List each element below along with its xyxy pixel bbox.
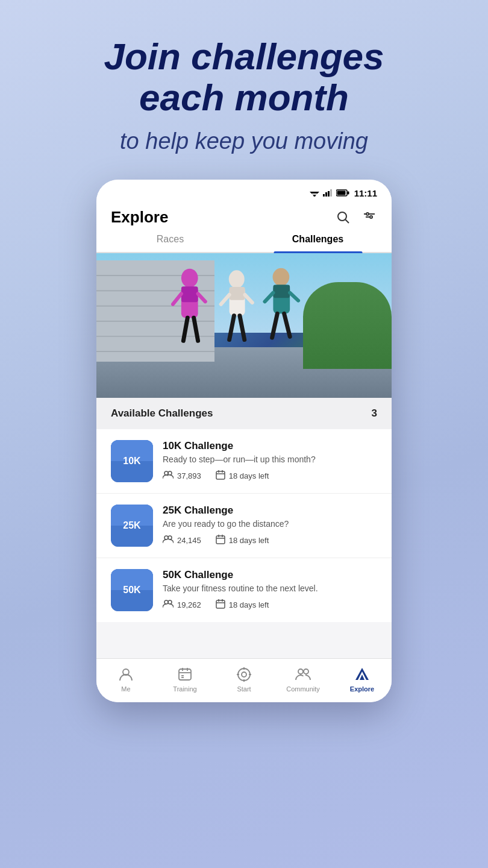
svg-rect-59 [216,536,225,544]
bottom-nav: Me Training [96,658,392,702]
svg-rect-47 [111,440,153,452]
svg-point-85 [298,669,303,674]
svg-rect-40 [273,285,290,298]
challenge-list: 10K 10K Challenge Ready to step—or run—i… [96,429,392,622]
svg-point-16 [370,216,372,218]
svg-line-43 [265,293,274,302]
status-time: 11:11 [354,188,377,198]
nav-item-me[interactable]: Me [96,666,155,693]
tab-challenges[interactable]: Challenges [244,234,392,252]
thumb-10k-label: 10K [123,456,140,467]
nav-label-community: Community [286,685,320,693]
participants-10k: 37,893 [163,471,201,482]
svg-rect-65 [111,569,153,581]
svg-rect-56 [111,505,153,517]
challenge-desc-25k: Are you ready to go the distance? [163,519,377,529]
hero-subtitle: to help keep you moving [104,128,384,156]
svg-rect-4 [323,194,325,197]
status-icons [310,189,349,197]
days-left-50k: 18 days left [229,600,269,609]
header-icons [335,209,377,225]
challenge-desc-50k: Take your fitness routine to the next le… [163,583,377,593]
svg-point-31 [229,270,245,288]
svg-line-34 [230,316,234,340]
challenge-thumb-25k: 25K [111,505,153,547]
tab-races[interactable]: Races [96,234,244,252]
days-10k: 18 days left [216,470,269,482]
svg-line-12 [346,220,349,224]
svg-point-67 [168,600,172,604]
signal-icon [323,189,333,197]
svg-point-15 [366,213,369,215]
hero-section: Join challenges each month to help keep … [104,36,384,180]
nav-label-me: Me [121,685,130,693]
challenge-meta-25k: 24,145 18 days left [163,535,377,547]
search-icon[interactable] [335,209,351,225]
svg-rect-9 [347,192,349,195]
participant-count-10k: 37,893 [177,471,201,480]
people-icon-25k [163,535,174,546]
challenge-name-10k: 10K Challenge [163,440,377,452]
challenge-item-25k[interactable]: 25K 25K Challenge Are you ready to go th… [96,494,392,558]
svg-line-29 [173,294,181,304]
challenge-thumb-50k: 50K [111,569,153,611]
svg-rect-50 [216,471,225,479]
svg-point-79 [238,668,250,681]
challenges-title: Available Challenges [111,407,213,420]
hero-title: Join challenges each month [104,36,384,118]
filter-icon[interactable] [361,209,377,225]
svg-line-36 [221,295,230,304]
participants-25k: 24,145 [163,535,201,546]
svg-point-80 [242,672,246,677]
hero-text: Join challenges each month to help keep … [104,36,384,156]
calendar-icon-25k [216,535,225,547]
svg-rect-7 [330,189,332,197]
svg-rect-33 [230,287,245,300]
nav-item-start[interactable]: Start [214,666,274,693]
svg-line-35 [240,316,245,340]
people-icon-50k [163,600,174,611]
svg-rect-26 [181,286,198,302]
days-left-25k: 18 days left [229,536,269,545]
svg-rect-6 [328,191,330,197]
challenge-item-10k[interactable]: 10K 10K Challenge Ready to step—or run—i… [96,429,392,494]
nav-label-explore: Explore [350,685,374,693]
me-icon [117,666,134,683]
svg-rect-73 [179,669,191,680]
svg-rect-10 [337,191,345,195]
svg-line-42 [284,313,290,336]
app-title: Explore [111,208,168,227]
runners-svg [126,268,348,362]
community-icon [295,666,311,683]
phone-frame: 11:11 Explore Race [96,180,392,702]
people-icon-10k [163,471,174,482]
svg-line-41 [272,313,278,338]
svg-line-30 [198,294,205,301]
challenge-desc-10k: Ready to step—or run—it up this month? [163,454,377,464]
app-header: Explore [96,203,392,227]
explore-icon [354,666,371,683]
svg-point-66 [164,600,168,604]
wifi-icon [310,189,319,197]
svg-point-11 [338,212,346,221]
svg-line-27 [183,318,187,341]
nav-item-explore[interactable]: Explore [333,666,392,693]
calendar-icon-10k [216,470,225,482]
svg-rect-5 [325,192,327,197]
challenge-info-10k: 10K Challenge Ready to step—or run—it up… [163,440,377,482]
nav-item-training[interactable]: Training [155,666,214,693]
challenge-item-50k[interactable]: 50K 50K Challenge Take your fitness rout… [96,558,392,622]
start-icon [236,666,252,683]
thumb-50k-label: 50K [123,585,140,596]
nav-label-start: Start [237,685,251,693]
svg-line-28 [194,318,198,341]
nav-label-training: Training [173,685,196,693]
battery-icon [336,189,349,197]
svg-point-57 [164,536,168,539]
svg-point-49 [168,471,172,475]
tabs-bar: Races Challenges [96,227,392,253]
nav-item-community[interactable]: Community [274,666,333,693]
svg-point-86 [304,669,308,674]
svg-rect-68 [216,600,225,608]
challenge-info-50k: 50K Challenge Take your fitness routine … [163,569,377,611]
